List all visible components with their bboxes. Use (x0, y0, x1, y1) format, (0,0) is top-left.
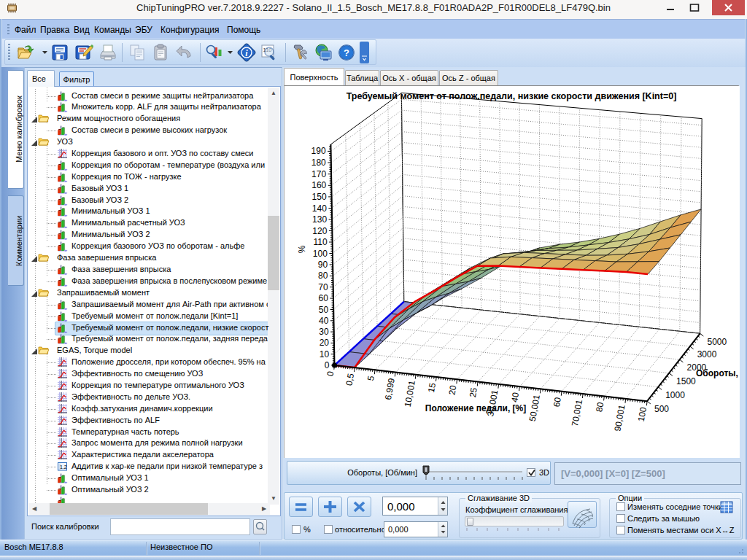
svg-text:140: 140 (312, 203, 327, 214)
svg-text:150: 150 (312, 192, 327, 202)
svg-text:1000: 1000 (665, 390, 685, 400)
svg-text:80: 80 (594, 401, 605, 413)
svg-text:120: 120 (312, 226, 327, 236)
svg-text:10: 10 (320, 349, 330, 359)
svg-text:160: 160 (311, 180, 326, 190)
svg-text:Обороты, [О: Обороты, [О (696, 368, 740, 378)
svg-text:?: ? (344, 47, 349, 58)
svg-text:40: 40 (509, 392, 521, 403)
svg-text:500: 500 (654, 404, 669, 414)
svg-text:190: 190 (311, 146, 326, 156)
svg-text:60: 60 (319, 293, 329, 303)
svg-text:20: 20 (320, 338, 330, 348)
svg-text:130: 130 (312, 214, 327, 225)
svg-text:1500: 1500 (676, 376, 696, 386)
svg-text:15: 15 (426, 382, 438, 394)
svg-text:170: 170 (311, 169, 326, 179)
svg-text:%: % (297, 245, 307, 253)
svg-text:30: 30 (319, 327, 329, 337)
svg-text:50: 50 (319, 305, 329, 315)
svg-text:3000: 3000 (697, 349, 717, 359)
svg-text:100: 100 (313, 249, 328, 259)
svg-text:180: 180 (311, 158, 326, 168)
svg-text:Требуемый момент от полож.педа: Требуемый момент от полож.педали, низкие… (347, 91, 677, 101)
svg-text:40: 40 (319, 316, 329, 326)
svg-text:70: 70 (318, 282, 328, 292)
svg-text:60: 60 (551, 396, 563, 408)
svg-text:5000: 5000 (708, 337, 727, 347)
svg-text:20: 20 (446, 384, 458, 396)
svg-text:80: 80 (318, 271, 328, 281)
svg-text:25: 25 (468, 386, 479, 398)
svg-text:Положение педали, [%]: Положение педали, [%] (425, 403, 527, 413)
svg-text:0: 0 (325, 360, 330, 370)
svg-text:90: 90 (318, 260, 328, 270)
svg-text:0,5: 0,5 (344, 373, 356, 386)
svg-text:110: 110 (313, 237, 327, 247)
